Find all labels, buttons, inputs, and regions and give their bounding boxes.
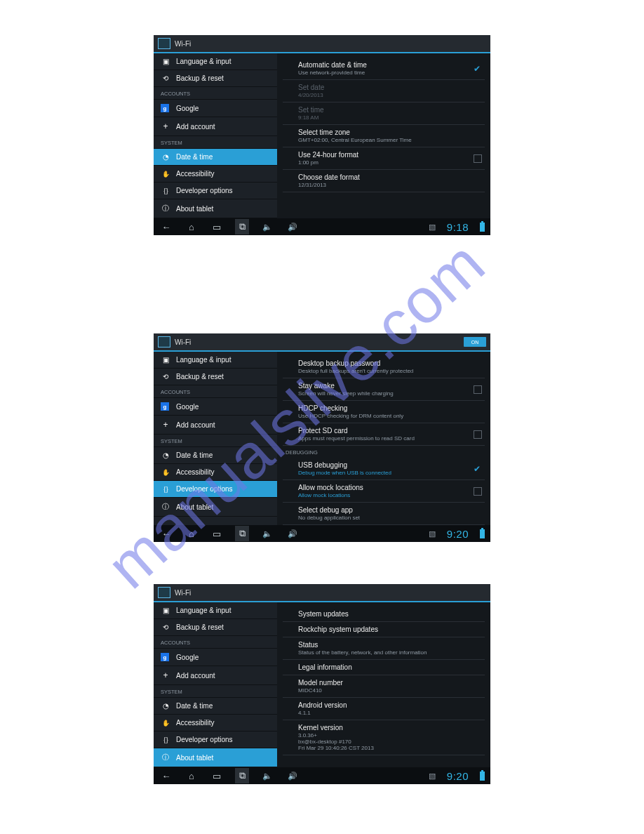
sidebar-item-about-tablet[interactable]: About tablet: [154, 498, 277, 517]
pref-mock-locations[interactable]: Allow mock locations Allow mock location…: [283, 480, 485, 503]
sidebar-header-accounts: ACCOUNTS: [154, 87, 277, 100]
sidebar-item-label: Language & input: [176, 356, 231, 364]
sidebar-item-label: About tablet: [176, 205, 213, 213]
recents-icon[interactable]: [210, 529, 224, 539]
recents-icon[interactable]: [210, 771, 224, 781]
master-toggle-on[interactable]: ON: [464, 337, 486, 347]
home-icon[interactable]: [185, 222, 199, 232]
pref-title: Select time zone: [298, 128, 475, 136]
pref-auto-date-time[interactable]: Automatic date & time Use network-provid…: [283, 58, 485, 80]
sidebar-item-accessibility[interactable]: Accessibility: [154, 464, 277, 481]
sidebar-item-about-tablet[interactable]: About tablet: [154, 748, 277, 767]
pref-system-updates[interactable]: System updates: [283, 607, 485, 622]
tablet-screenshot-about-tablet: Wi-Fi Language & input Backup & reset AC…: [154, 584, 490, 784]
sidebar-item-backup-reset[interactable]: Backup & reset: [154, 369, 277, 385]
settings-icon: [158, 38, 170, 49]
sidebar-item-language-input[interactable]: Language & input: [154, 602, 277, 619]
sidebar-item-label: Date & time: [176, 451, 213, 459]
checkbox-unchecked-icon[interactable]: [474, 430, 482, 439]
home-icon[interactable]: [185, 771, 199, 781]
sidebar-item-google[interactable]: gGoogle: [154, 649, 277, 666]
navigation-bar: 9:18: [154, 218, 490, 235]
sidebar-item-add-account[interactable]: Add account: [154, 416, 277, 435]
pref-select-debug-app[interactable]: Select debug app No debug application se…: [283, 503, 485, 525]
sidebar-item-label: Developer options: [176, 736, 233, 743]
pref-time-zone[interactable]: Select time zone GMT+02:00, Central Euro…: [283, 125, 485, 147]
sidebar-item-about-tablet[interactable]: About tablet: [154, 199, 277, 218]
sidebar-item-google[interactable]: gGoogle: [154, 100, 277, 117]
checkbox-checked-icon[interactable]: ✔: [474, 65, 482, 73]
sidebar-item-accessibility[interactable]: Accessibility: [154, 715, 277, 732]
recents-icon[interactable]: [210, 222, 224, 232]
notification-icon[interactable]: [429, 529, 436, 538]
sidebar-header-system: SYSTEM: [154, 685, 277, 698]
sidebar-item-date-time[interactable]: Date & time: [154, 447, 277, 464]
sidebar-header-accounts: ACCOUNTS: [154, 636, 277, 649]
sidebar-item-google[interactable]: gGoogle: [154, 398, 277, 416]
pref-hdcp[interactable]: HDCP checking Use HDCP checking for DRM …: [283, 401, 485, 423]
pref-subtitle: 3.0.36+ bx@bx-desktop #170 Fri Mar 29 10…: [298, 732, 475, 751]
volume-up-icon[interactable]: [286, 772, 300, 781]
pref-title: Use 24-hour format: [298, 151, 475, 159]
sidebar-item-accessibility[interactable]: Accessibility: [154, 166, 277, 183]
screenshot-icon[interactable]: [235, 219, 249, 234]
sidebar-item-backup-reset[interactable]: Backup & reset: [154, 619, 277, 636]
volume-down-icon[interactable]: [260, 223, 274, 232]
status-clock[interactable]: 9:20: [447, 528, 469, 540]
pref-rockchip-updates[interactable]: Rockchip system updates: [283, 622, 485, 637]
sidebar-item-date-time[interactable]: Date & time: [154, 149, 277, 166]
settings-icon: [158, 336, 170, 348]
back-icon[interactable]: [159, 529, 173, 539]
pref-subtitle: GMT+02:00, Central European Summer Time: [298, 137, 475, 143]
action-bar: Wi-Fi: [154, 584, 490, 602]
sidebar-item-developer-options[interactable]: Developer options: [154, 732, 277, 748]
sidebar-item-add-account[interactable]: Add account: [154, 117, 277, 136]
pref-date-format[interactable]: Choose date format 12/31/2013: [283, 170, 485, 192]
braces-icon: [161, 486, 170, 493]
sidebar-item-language-input[interactable]: Language & input: [154, 53, 277, 70]
pref-title: Set date: [298, 84, 475, 91]
tablet-screenshot-developer-options: Wi-Fi ON Language & input Backup & reset…: [154, 333, 490, 542]
pref-model-number: Model number MIDC410: [283, 675, 485, 698]
screenshot-icon[interactable]: [235, 526, 249, 541]
pref-protect-sd[interactable]: Protect SD card Apps must request permis…: [283, 423, 485, 446]
pref-title: Kernel version: [298, 724, 475, 732]
sidebar-item-add-account[interactable]: Add account: [154, 666, 277, 685]
sidebar-header-system: SYSTEM: [154, 136, 277, 149]
sidebar-item-language-input[interactable]: Language & input: [154, 352, 277, 369]
sidebar-item-label: Add account: [176, 421, 215, 429]
screenshot-icon[interactable]: [235, 768, 249, 783]
notification-icon[interactable]: [429, 772, 436, 781]
sidebar-item-backup-reset[interactable]: Backup & reset: [154, 70, 277, 87]
status-clock[interactable]: 9:20: [447, 770, 469, 782]
home-icon[interactable]: [185, 529, 199, 539]
back-icon[interactable]: [159, 222, 173, 232]
pref-usb-debugging[interactable]: USB debugging Debug mode when USB is con…: [283, 458, 485, 480]
checkbox-unchecked-icon[interactable]: [474, 385, 482, 394]
notification-icon[interactable]: [429, 223, 436, 232]
sidebar-item-developer-options[interactable]: Developer options: [154, 183, 277, 199]
checkbox-checked-icon[interactable]: ✔: [474, 465, 482, 473]
checkbox-unchecked-icon[interactable]: [474, 154, 482, 163]
plus-icon: [161, 121, 170, 131]
pref-status[interactable]: Status Status of the battery, network, a…: [283, 637, 485, 660]
pref-24-hour[interactable]: Use 24-hour format 1:00 pm: [283, 147, 485, 170]
info-icon: [161, 204, 170, 213]
volume-up-icon[interactable]: [286, 529, 300, 538]
sidebar-item-date-time[interactable]: Date & time: [154, 698, 277, 715]
pref-stay-awake[interactable]: Stay awake Screen will never sleep while…: [283, 378, 485, 401]
pref-title: HDCP checking: [298, 404, 475, 412]
sidebar-item-developer-options[interactable]: Developer options: [154, 481, 277, 498]
status-clock[interactable]: 9:18: [447, 221, 469, 233]
google-icon: g: [161, 402, 169, 411]
pref-legal-info[interactable]: Legal information: [283, 660, 485, 675]
volume-down-icon[interactable]: [260, 772, 274, 781]
pref-backup-password[interactable]: Desktop backup password Desktop full bac…: [283, 356, 485, 378]
volume-up-icon[interactable]: [286, 223, 300, 232]
volume-down-icon[interactable]: [260, 529, 274, 538]
pref-android-version[interactable]: Android version 4.1.1: [283, 698, 485, 720]
checkbox-unchecked-icon[interactable]: [474, 487, 482, 496]
sidebar-item-label: Backup & reset: [176, 623, 224, 631]
back-icon[interactable]: [159, 771, 173, 781]
tablet-screenshot-date-time: Wi-Fi Language & input Backup & reset AC…: [154, 35, 490, 235]
